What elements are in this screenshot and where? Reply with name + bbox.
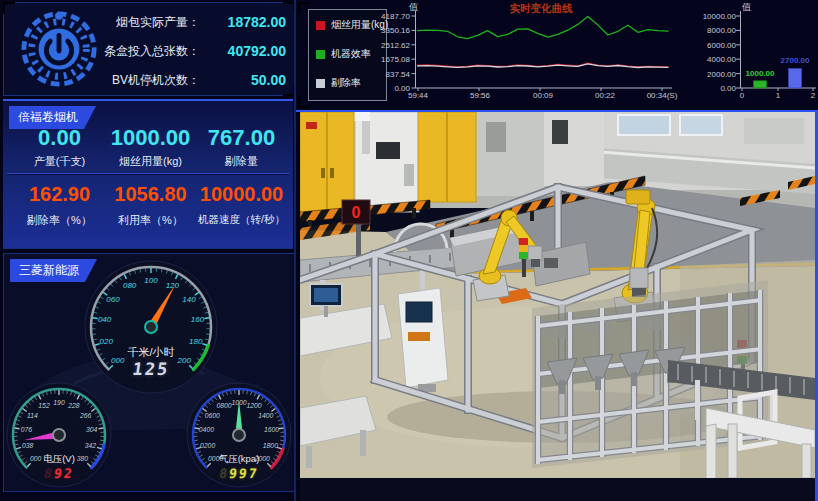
svg-text:114: 114 — [27, 412, 38, 419]
stat-label: 烟包实际产量： — [102, 14, 200, 31]
svg-text:080: 080 — [123, 281, 137, 290]
svg-text:100: 100 — [144, 276, 158, 285]
factory-3d-view[interactable]: 0 — [300, 112, 818, 501]
speed-gauge-unit: 千米/小时 — [91, 345, 211, 360]
svg-text:060: 060 — [106, 295, 120, 304]
metric-value: 162.90 — [11, 183, 108, 206]
metric-label: 剔除量 — [193, 154, 290, 169]
svg-text:040: 040 — [98, 315, 112, 324]
metric-label: 烟丝用量(kg) — [102, 154, 199, 169]
svg-text:0800: 0800 — [216, 402, 231, 409]
svg-text:0600: 0600 — [205, 412, 220, 419]
voltage-gauge-value: 892 — [18, 466, 100, 481]
x-tick: 00:09 — [521, 91, 565, 100]
stat-row: BV机停机次数： 50.00 — [102, 71, 286, 89]
metric-label: 产量(千支) — [11, 154, 108, 169]
svg-text:266: 266 — [79, 412, 92, 419]
x-tick: 59:56 — [458, 91, 502, 100]
metric-value: 767.00 — [193, 125, 290, 151]
bar-value-label: 2700.00 — [771, 56, 818, 65]
svg-text:1200: 1200 — [246, 402, 261, 409]
production-stats-panel: 烟包实际产量： 18782.00 条盒投入总张数： 40792.00 BV机停机… — [3, 2, 295, 96]
machine-metrics-panel: 倍福卷烟机 0.00 1000.00 767.00 产量(千支) 烟丝用量(kg… — [3, 99, 293, 249]
bar-chart-panel: 值 10000.00 8000.00 6000.00 4000.00 2000.… — [690, 0, 818, 110]
speed-gauge-value: 125 — [100, 359, 203, 379]
svg-text:1600: 1600 — [264, 426, 279, 433]
metric-label: 机器速度（转/秒） — [193, 213, 290, 227]
corner-bracket — [3, 2, 15, 14]
counter-display: 0 — [342, 200, 370, 224]
stat-label: 条盒投入总张数： — [102, 43, 200, 60]
x-tick: 00:22 — [583, 91, 627, 100]
metric-value: 1056.80 — [102, 183, 199, 206]
factory-scene-svg: 0 — [300, 112, 815, 501]
svg-text:304: 304 — [86, 426, 98, 433]
pressure-gauge-value: 8997 — [198, 466, 280, 481]
x-tick: 59:44 — [396, 91, 440, 100]
divider — [7, 173, 289, 174]
svg-text:0200: 0200 — [200, 442, 215, 449]
stat-value: 40792.00 — [200, 43, 286, 59]
metric-value: 0.00 — [11, 125, 108, 151]
counter-digit: 0 — [352, 204, 361, 221]
stat-row: 条盒投入总张数： 40792.00 — [102, 42, 286, 60]
svg-text:152: 152 — [38, 402, 50, 409]
x-tick: 00:34(S) — [640, 91, 684, 100]
metric-label: 剔除率（%） — [11, 213, 108, 228]
svg-text:038: 038 — [22, 442, 34, 449]
stat-row: 烟包实际产量： 18782.00 — [102, 13, 286, 31]
svg-text:228: 228 — [67, 402, 80, 409]
metric-label: 利用率（%） — [102, 213, 199, 228]
bar-value-label: 1000.00 — [736, 69, 784, 78]
power-gear-logo-icon — [20, 9, 98, 89]
stat-value: 50.00 — [200, 72, 286, 88]
svg-text:190: 190 — [53, 399, 65, 406]
metric-value: 10000.00 — [193, 183, 290, 206]
x-tick: 2 — [791, 91, 818, 100]
metric-value: 1000.00 — [102, 125, 199, 151]
svg-text:076: 076 — [21, 426, 33, 433]
stat-label: BV机停机次数： — [102, 72, 200, 89]
svg-text:160: 160 — [191, 315, 205, 324]
svg-text:342: 342 — [85, 442, 97, 449]
svg-text:0400: 0400 — [199, 426, 214, 433]
voltage-gauge-unit: 电压(V) — [19, 453, 99, 466]
svg-text:1400: 1400 — [258, 412, 273, 419]
svg-text:120: 120 — [166, 281, 180, 290]
pressure-gauge-unit: 气压(kpa) — [199, 453, 279, 466]
stat-value: 18782.00 — [200, 14, 286, 30]
charts-strip: 烟丝用量(kg) 机器效率 剔除率 值 实时变化曲线 4187.70 3350.… — [296, 0, 818, 112]
svg-text:1800: 1800 — [263, 442, 278, 449]
svg-text:140: 140 — [182, 295, 196, 304]
vehicle-gauge-panel: 三菱新能源 0000200400600801001201401601802000… — [3, 253, 295, 492]
scene-bottom-strip — [300, 478, 815, 501]
